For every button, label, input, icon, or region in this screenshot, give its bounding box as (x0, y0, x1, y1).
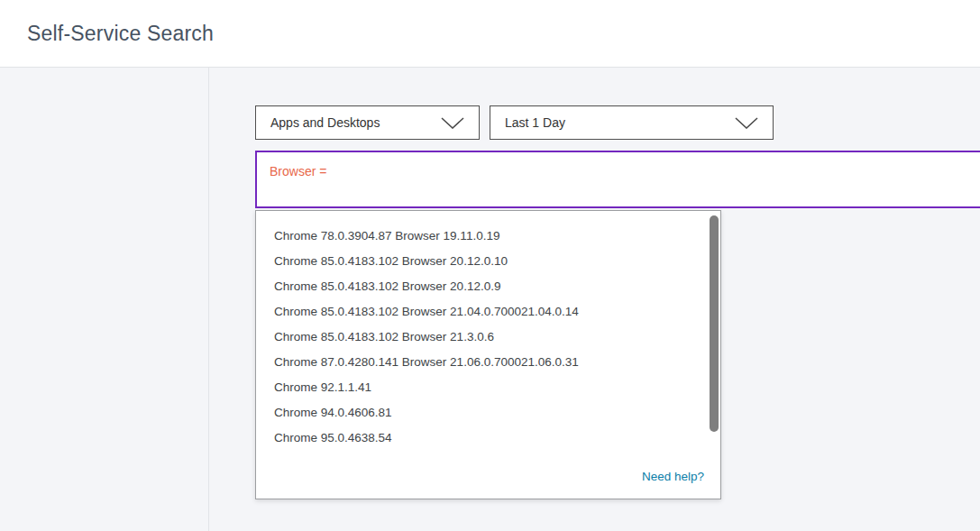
search-query-input[interactable]: Browser = (255, 151, 980, 208)
suggestion-item[interactable]: Chrome 85.0.4183.102 Browser 20.12.0.10 (256, 249, 720, 274)
suggestion-item[interactable]: Chrome 95.0.4638.54 (256, 426, 720, 451)
time-range-select[interactable]: Last 1 Day (490, 105, 774, 140)
service-select-value: Apps and Desktops (270, 115, 380, 130)
suggestion-item[interactable]: Chrome 94.0.4606.81 (256, 400, 720, 426)
suggestions-scrollbar[interactable] (710, 215, 719, 432)
suggestion-item[interactable]: Chrome 78.0.3904.87 Browser 19.11.0.19 (256, 224, 720, 249)
suggestion-list: Chrome 78.0.3904.87 Browser 19.11.0.19 C… (256, 211, 720, 451)
search-query-text: Browser = (270, 164, 326, 179)
time-range-select-value: Last 1 Day (505, 115, 565, 130)
chevron-down-icon (735, 117, 758, 129)
search-suggestions-panel: Chrome 78.0.3904.87 Browser 19.11.0.19 C… (255, 210, 721, 499)
self-service-search-page: Self-Service Search Apps and Desktops La… (0, 0, 980, 531)
chevron-down-icon (441, 117, 464, 129)
suggestion-item[interactable]: Chrome 87.0.4280.141 Browser 21.06.0.700… (256, 350, 720, 375)
suggestion-item[interactable]: Chrome 85.0.4183.102 Browser 20.12.0.9 (256, 274, 720, 299)
page-header: Self-Service Search (0, 0, 980, 68)
service-select[interactable]: Apps and Desktops (255, 105, 480, 140)
suggestion-item[interactable]: Chrome 92.1.1.41 (256, 375, 720, 400)
suggestion-item[interactable]: Chrome 85.0.4183.102 Browser 21.3.0.6 (256, 325, 720, 350)
page-title: Self-Service Search (27, 0, 214, 67)
need-help-link[interactable]: Need help? (642, 470, 704, 483)
suggestion-item[interactable]: Chrome 85.0.4183.102 Browser 21.04.0.700… (256, 299, 720, 325)
left-sidebar (0, 68, 209, 531)
